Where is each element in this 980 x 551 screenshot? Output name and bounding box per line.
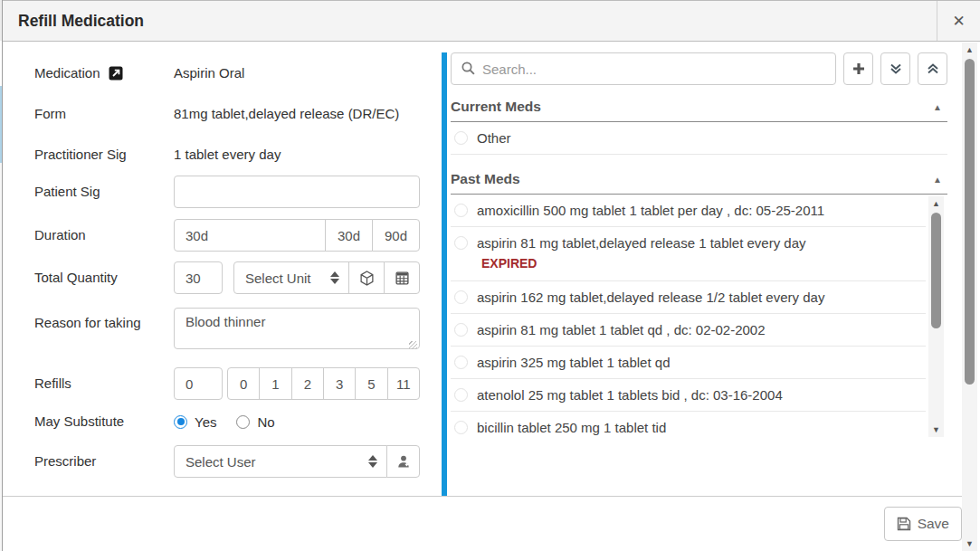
total-quantity-label: Total Quantity (34, 267, 174, 289)
past-meds-header[interactable]: Past Meds ▲ (451, 164, 947, 195)
refills-2-button[interactable]: 2 (291, 367, 324, 400)
medication-list-panel: Current Meds ▲ Other Past Meds ▲ amoxici… (447, 43, 980, 496)
radio-unselected-icon (454, 323, 468, 337)
refill-medication-dialog: Refill Medication ✕ Medication Aspirin O… (3, 0, 980, 551)
caret-up-icon: ▲ (933, 175, 942, 185)
may-substitute-row: May Substitute Yes No (34, 411, 442, 432)
dialog-scrollbar[interactable]: ▲ ▼ (962, 43, 977, 551)
external-link-icon[interactable] (109, 66, 123, 81)
calculator-icon (395, 271, 410, 286)
close-button[interactable]: ✕ (937, 1, 980, 41)
refill-form: Medication Aspirin Oral Form 81mg tablet… (3, 43, 442, 496)
dialog-body: Medication Aspirin Oral Form 81mg tablet… (3, 43, 980, 496)
plus-icon (852, 62, 866, 76)
duration-90d-button[interactable]: 90d (372, 219, 420, 252)
radio-unselected-icon (236, 415, 250, 429)
prescriber-label: Prescriber (34, 451, 174, 472)
total-quantity-row: Total Quantity Select Unit (34, 261, 442, 294)
form-row: Form 81mg tablet,delayed release (DR/EC) (34, 103, 442, 125)
calculator-button[interactable] (384, 261, 420, 294)
radio-unselected-icon (454, 356, 468, 369)
may-substitute-label: May Substitute (34, 411, 174, 432)
reason-textarea[interactable]: Blood thinner (174, 308, 420, 349)
past-med-item[interactable]: atenolol 25 mg tablet 1 tablets bid , dc… (451, 379, 926, 412)
medication-label: Medication (34, 62, 174, 84)
refills-row: Refills 0 1 2 3 5 11 (34, 367, 442, 400)
past-med-item[interactable]: aspirin 81 mg tablet,delayed release 1 t… (451, 227, 926, 281)
scroll-up-icon[interactable]: ▲ (962, 43, 977, 57)
substitute-yes-option[interactable]: Yes (174, 414, 216, 430)
med-item-label: atenolol 25 mg tablet 1 tablets bid , dc… (477, 387, 783, 403)
caret-up-icon: ▲ (933, 102, 942, 112)
radio-unselected-icon (454, 131, 468, 145)
med-item-label: aspirin 81 mg tablet,delayed release 1 t… (477, 235, 806, 251)
medication-value: Aspirin Oral (174, 62, 420, 84)
medication-row: Medication Aspirin Oral (34, 62, 442, 84)
refills-label: Refills (34, 373, 174, 394)
practitioner-sig-label: Practitioner Sig (34, 144, 174, 166)
radio-unselected-icon (454, 421, 468, 434)
current-meds-header[interactable]: Current Meds ▲ (451, 91, 947, 122)
form-label: Form (34, 103, 174, 125)
reason-row: Reason for taking Blood thinner (34, 308, 442, 353)
scroll-down-icon[interactable]: ▼ (928, 423, 944, 437)
current-med-item-other[interactable]: Other (451, 122, 947, 155)
unit-select-value: Select Unit (245, 271, 311, 286)
scrollbar-thumb[interactable] (965, 59, 975, 385)
past-med-item[interactable]: bicillin tablet 250 mg 1 tablet tid (451, 412, 926, 439)
expand-all-button[interactable] (880, 52, 910, 85)
refills-input[interactable] (174, 367, 223, 400)
patient-sig-input[interactable] (174, 176, 420, 208)
refills-3-button[interactable]: 3 (323, 367, 356, 400)
duration-input[interactable] (174, 219, 326, 252)
unit-select[interactable]: Select Unit (233, 261, 349, 294)
refills-1-button[interactable]: 1 (259, 367, 291, 400)
scroll-up-icon[interactable]: ▲ (928, 196, 944, 211)
past-med-item[interactable]: aspirin 81 mg tablet 1 tablet qd , dc: 0… (451, 314, 926, 347)
add-med-button[interactable] (843, 52, 873, 85)
scrollbar-thumb[interactable] (931, 213, 941, 328)
past-med-item[interactable]: amoxicillin 500 mg tablet 1 tablet per d… (451, 195, 926, 227)
save-floppy-icon (897, 517, 911, 531)
save-button[interactable]: Save (884, 507, 962, 541)
select-prescriber-button[interactable] (386, 445, 420, 478)
med-item-label: aspirin 162 mg tablet,delayed release 1/… (477, 290, 824, 305)
close-icon: ✕ (952, 12, 965, 31)
substitute-yes-label: Yes (195, 414, 216, 430)
duration-label: Duration (34, 224, 174, 246)
past-med-item[interactable]: aspirin 162 mg tablet,delayed release 1/… (451, 281, 926, 314)
package-button[interactable] (348, 261, 385, 294)
substitute-no-option[interactable]: No (236, 414, 274, 430)
dialog-footer: Save (3, 496, 962, 551)
prescriber-select[interactable]: Select User (174, 445, 387, 478)
past-med-item[interactable]: aspirin 325 mg tablet 1 tablet qd (451, 347, 926, 379)
med-item-label: aspirin 81 mg tablet 1 tablet qd , dc: 0… (477, 322, 766, 337)
substitute-no-label: No (257, 414, 274, 430)
med-item-label: aspirin 325 mg tablet 1 tablet qd (477, 355, 670, 370)
radio-unselected-icon (454, 388, 468, 402)
radio-unselected-icon (454, 236, 468, 250)
dialog-header: Refill Medication ✕ (3, 1, 980, 42)
refills-0-button[interactable]: 0 (227, 367, 260, 400)
duration-30d-button[interactable]: 30d (325, 219, 373, 252)
current-meds-title: Current Meds (451, 99, 541, 115)
dialog-title: Refill Medication (3, 1, 937, 41)
refills-5-button[interactable]: 5 (355, 367, 387, 400)
form-value: 81mg tablet,delayed release (DR/EC) (174, 103, 420, 125)
med-search-input[interactable] (451, 52, 836, 85)
radio-unselected-icon (454, 290, 468, 304)
patient-sig-row: Patient Sig (34, 176, 442, 208)
total-quantity-input[interactable] (174, 261, 223, 294)
past-meds-scrollbar[interactable]: ▲ ▼ (928, 196, 944, 437)
past-meds-title: Past Meds (451, 171, 520, 187)
sort-arrows-icon (368, 455, 377, 468)
refills-11-button[interactable]: 11 (387, 367, 420, 400)
collapse-all-button[interactable] (918, 52, 947, 85)
cube-icon (359, 271, 375, 286)
patient-sig-label: Patient Sig (34, 181, 174, 203)
sort-arrows-icon (330, 271, 339, 284)
search-icon (461, 61, 476, 76)
scroll-down-icon[interactable]: ▼ (962, 537, 977, 551)
med-item-label: Other (477, 130, 511, 146)
practitioner-sig-value: 1 tablet every day (174, 144, 420, 166)
